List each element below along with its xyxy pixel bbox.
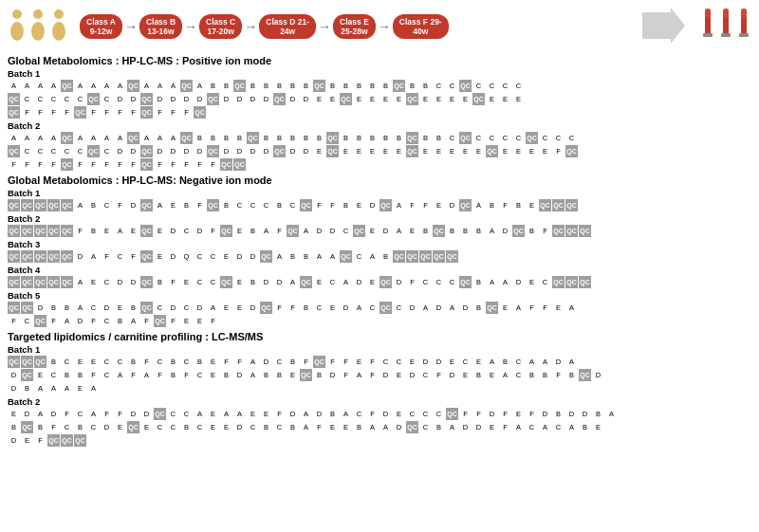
qc-cell: QC [8,225,20,237]
svg-rect-15 [739,33,749,37]
sample-cell: A [8,132,20,144]
sample-cell: C [433,276,445,288]
sample-cell: B [340,199,352,211]
sample-cell: F [34,434,46,447]
section-title: Targeted lipidomics / carnitine profilin… [8,331,751,342]
sample-cell: E [366,145,379,157]
qc-cell: QC [406,250,418,263]
sample-cell: D [472,421,485,433]
sample-cell: D [380,369,392,381]
sample-cell: D [194,145,206,157]
sample-cell: B [273,132,286,144]
sample-cell: F [366,369,379,381]
sample-cell: A [34,132,46,144]
section-1: Global Metabolomics : HP-LC-MS: Negative… [8,174,751,327]
sample-cell: C [101,93,113,105]
sample-cell: F [459,408,472,420]
sample-cell: A [34,382,46,394]
sample-cell: B [459,225,472,237]
sample-cell: D [565,408,578,420]
sample-cell: F [127,369,139,381]
sample-cell: A [526,356,538,368]
sample-cell: F [61,408,73,420]
qc-cell: QC [127,80,139,92]
sample-cell: A [380,421,392,433]
sample-cell: C [180,356,193,368]
qc-cell: QC [565,225,578,237]
sample-cell: B [220,199,232,211]
sample-cell: F [313,199,325,211]
sample-cell: E [393,93,405,105]
sample-cell: D [260,356,272,368]
sample-cell: B [247,276,259,288]
sample-cell: E [74,356,86,368]
qc-cell: QC [21,356,33,368]
sample-cell: A [300,408,312,420]
sample-cell: E [486,421,498,433]
sample-cell: E [380,145,392,157]
sample-cell: E [220,250,232,263]
sample-cell: F [21,158,33,171]
sample-cell: A [34,80,46,92]
svg-rect-11 [723,9,729,18]
sample-cell: A [366,421,379,433]
sample-cell: D [140,408,153,420]
sample-cell: B [472,276,485,288]
sample-cell: C [61,356,73,368]
sample-cell: B [313,132,325,144]
qc-cell: QC [579,276,591,288]
sample-row-2-0-1: DQCECBBFCAFAFBFCEBDABBEQCBDFAFDEDCFDEBEA… [8,369,751,381]
qc-cell: QC [552,199,565,211]
sample-cell: F [167,158,179,171]
sample-cell: C [539,132,551,144]
sample-cell: C [167,421,179,433]
sample-cell: D [247,302,259,314]
sample-cell: C [526,421,538,433]
sample-cell: B [220,80,232,92]
sample-cell: B [433,132,445,144]
sample-cell: F [21,106,33,119]
sample-cell: C [34,93,46,105]
sample-cell: D [233,145,246,157]
sample-cell: C [101,276,113,288]
sample-cell: C [180,408,193,420]
sample-cell: A [61,315,73,327]
sample-cell: F [433,369,445,381]
sample-cell: F [61,106,73,119]
sample-cell: F [194,199,206,211]
sample-cell: C [512,80,525,92]
sample-cell: B [233,132,246,144]
qc-cell: QC [300,276,312,288]
sample-cell: B [167,356,179,368]
sample-cell: E [419,93,432,105]
qc-cell: QC [565,276,578,288]
qc-cell: QC [61,225,73,237]
sample-cell: C [194,276,206,288]
sample-cell: F [366,408,379,420]
sample-cell: D [326,369,339,381]
sample-cell: B [552,408,565,420]
sample-cell: E [406,356,418,368]
sample-cell: B [366,80,379,92]
class-f-pill: Class F 29-40w [393,14,449,39]
sample-cell: E [393,408,405,420]
sample-cell: D [552,356,565,368]
sample-cell: F [207,315,219,327]
qc-cell: QC [47,434,60,447]
sample-cell: A [393,225,405,237]
sample-cell: A [486,356,498,368]
sample-cell: A [47,382,60,394]
sample-cell: B [127,302,139,314]
sample-cell: A [300,421,312,433]
sample-cell: A [340,276,352,288]
sample-cell: C [74,408,86,420]
sample-cell: B [565,369,578,381]
qc-cell: QC [459,276,472,288]
sample-cell: B [287,421,299,433]
sample-cell: D [247,250,259,263]
class-pills: Class A9-12w → Class B13-16w → Class C17… [80,14,635,39]
sample-cell: C [552,421,565,433]
sample-cell: F [140,315,153,327]
sample-cell: E [433,93,445,105]
sample-cell: A [167,80,179,92]
